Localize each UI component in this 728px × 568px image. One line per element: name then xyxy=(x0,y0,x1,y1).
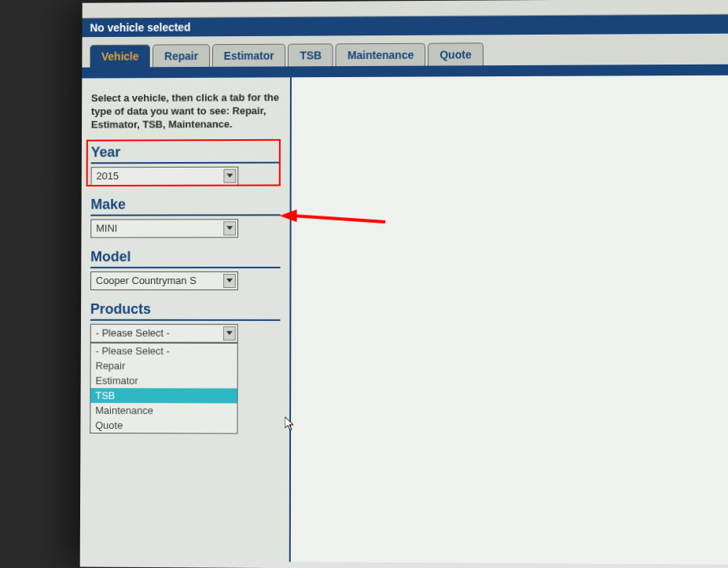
year-section: Year 2015 xyxy=(91,143,281,185)
products-dropdown: - Please Select - Repair Estimator TSB M… xyxy=(90,342,237,433)
content-panel xyxy=(291,76,728,565)
tab-strip: Vehicle Repair Estimator TSB Maintenance… xyxy=(82,34,728,68)
model-value: Cooper Countryman S xyxy=(96,275,197,286)
app-screen: No vehicle selected Vehicle Repair Estim… xyxy=(80,0,728,568)
tab-label: TSB xyxy=(300,49,322,61)
products-select[interactable]: - Please Select - xyxy=(90,323,238,342)
products-section: Products - Please Select - - Please Sele… xyxy=(90,301,281,343)
tab-maintenance[interactable]: Maintenance xyxy=(336,43,425,66)
tab-vehicle[interactable]: Vehicle xyxy=(90,45,150,68)
divider xyxy=(91,161,281,164)
model-label: Model xyxy=(90,249,280,265)
make-section: Make MINI xyxy=(90,196,280,238)
year-label: Year xyxy=(91,143,281,160)
tab-label: Maintenance xyxy=(347,49,414,61)
products-value: - Please Select - xyxy=(96,327,170,339)
chevron-down-icon xyxy=(223,168,236,183)
chevron-down-icon xyxy=(223,274,236,288)
year-value: 2015 xyxy=(96,170,119,182)
tabs-container: Vehicle Repair Estimator TSB Maintenance… xyxy=(90,42,722,68)
chevron-down-icon xyxy=(223,221,236,235)
dropdown-option[interactable]: Maintenance xyxy=(90,403,237,418)
year-select[interactable]: 2015 xyxy=(91,166,239,185)
tab-repair[interactable]: Repair xyxy=(153,44,210,67)
tab-label: Quote xyxy=(439,48,471,61)
dropdown-option[interactable]: Repair xyxy=(91,358,237,373)
dropdown-option[interactable]: Estimator xyxy=(90,373,237,388)
products-label: Products xyxy=(90,301,281,318)
model-select[interactable]: Cooper Countryman S xyxy=(90,271,238,290)
dropdown-option[interactable]: TSB xyxy=(90,388,237,403)
divider xyxy=(90,319,281,320)
tab-tsb[interactable]: TSB xyxy=(288,43,333,66)
make-label: Make xyxy=(90,196,280,212)
make-value: MINI xyxy=(96,223,117,234)
vehicle-select-panel: Select a vehicle, then click a tab for t… xyxy=(80,77,292,562)
divider xyxy=(90,267,280,268)
chevron-down-icon xyxy=(223,326,236,340)
make-select[interactable]: MINI xyxy=(90,219,238,238)
tab-quote[interactable]: Quote xyxy=(428,42,483,65)
tab-label: Repair xyxy=(164,50,198,62)
tab-estimator[interactable]: Estimator xyxy=(212,44,286,67)
divider xyxy=(90,214,280,216)
tab-label: Estimator xyxy=(224,50,274,62)
intro-text: Select a vehicle, then click a tab for t… xyxy=(91,91,281,131)
model-section: Model Cooper Countryman S xyxy=(90,249,281,290)
dropdown-option[interactable]: - Please Select - xyxy=(91,343,237,358)
content-area: Select a vehicle, then click a tab for t… xyxy=(80,76,728,565)
status-text: No vehicle selected xyxy=(90,21,190,35)
tab-label: Vehicle xyxy=(101,50,139,63)
dropdown-option[interactable]: Quote xyxy=(90,418,237,433)
